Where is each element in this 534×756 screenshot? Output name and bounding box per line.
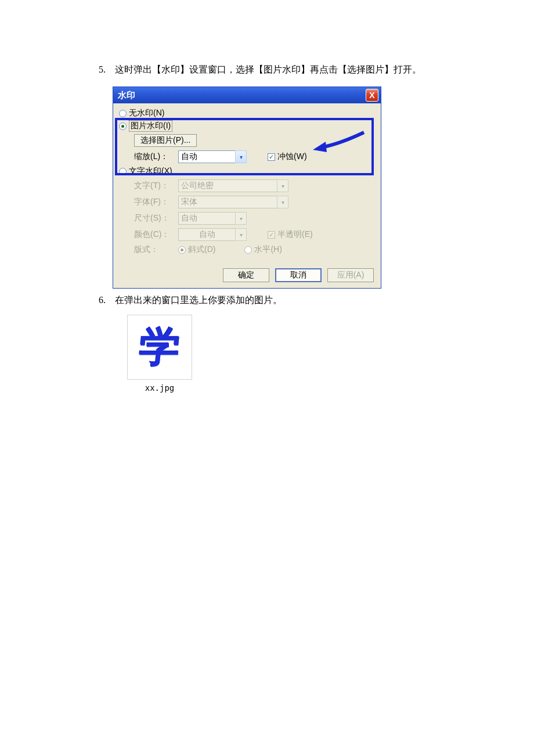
row-size: 尺寸(S)： ▾ — [134, 210, 376, 226]
size-input — [178, 212, 235, 225]
dialog-button-row: 确定 取消 应用(A) — [113, 262, 381, 288]
font-combo: ▾ — [178, 196, 288, 208]
file-thumbnail[interactable]: 学 xx.jpg — [125, 315, 194, 393]
thumbnail-glyph: 学 — [136, 320, 183, 375]
apply-button[interactable]: 应用(A) — [327, 268, 374, 282]
dialog-title: 水印 — [116, 90, 135, 101]
size-combo: ▾ — [178, 212, 247, 225]
step-6-number: 6. — [99, 295, 113, 305]
layout-horizontal-label: 水平(H) — [254, 244, 282, 255]
layout-label: 版式： — [134, 244, 178, 255]
annotation-highlight-box — [115, 118, 374, 175]
radio-icon — [244, 246, 252, 254]
chevron-down-icon: ▾ — [235, 228, 247, 241]
option-no-watermark-label: 无水印(N) — [129, 108, 164, 118]
step-5: 5. 这时弹出【水印】设置窗口，选择【图片水印】再点击【选择图片】打开。 — [99, 64, 482, 76]
thumbnail-image: 学 — [127, 315, 192, 380]
row-font: 字体(F)： ▾ — [134, 194, 376, 210]
ok-button[interactable]: 确定 — [223, 268, 269, 282]
font-label: 字体(F)： — [134, 197, 178, 207]
layout-diagonal-label: 斜式(D) — [188, 244, 215, 255]
dialog-body: 无水印(N) 图片水印(I) 选择图片(P)... 缩放(L)： ▾ ✓ — [113, 103, 381, 262]
step-6-text: 在弹出来的窗口里选上你要添加的图片。 — [115, 295, 282, 305]
text-label: 文字(T)： — [134, 181, 178, 191]
step-5-text: 这时弹出【水印】设置窗口，选择【图片水印】再点击【选择图片】打开。 — [115, 64, 421, 74]
close-icon: X — [369, 91, 374, 100]
step-6: 6. 在弹出来的窗口里选上你要添加的图片。 — [99, 294, 482, 307]
file-name: xx.jpg — [145, 383, 175, 393]
chevron-down-icon: ▾ — [235, 212, 247, 225]
row-layout: 版式： 斜式(D) 水平(H) — [134, 243, 376, 257]
color-label: 颜色(C)： — [134, 229, 178, 240]
semitransparent-label: 半透明(E) — [277, 229, 313, 240]
color-combo: ▾ — [178, 228, 247, 241]
row-color: 颜色(C)： ▾ ✓ 半透明(E) — [134, 226, 376, 243]
chevron-down-icon: ▾ — [277, 196, 288, 208]
step-5-number: 5. — [99, 64, 113, 75]
cancel-button[interactable]: 取消 — [275, 268, 322, 282]
size-label: 尺寸(S)： — [134, 213, 178, 224]
color-input — [178, 228, 235, 241]
font-input — [178, 196, 277, 208]
text-input — [178, 179, 277, 192]
close-button[interactable]: X — [366, 89, 378, 102]
radio-icon — [119, 110, 127, 117]
chevron-down-icon: ▾ — [277, 179, 288, 192]
radio-icon — [178, 246, 186, 254]
text-combo: ▾ — [178, 179, 288, 192]
watermark-dialog: 水印 X 无水印(N) 图片水印(I) — [113, 87, 381, 289]
dialog-titlebar[interactable]: 水印 X — [113, 87, 381, 103]
row-text: 文字(T)： ▾ — [134, 178, 376, 194]
semitransparent-checkbox: ✓ — [268, 231, 275, 239]
